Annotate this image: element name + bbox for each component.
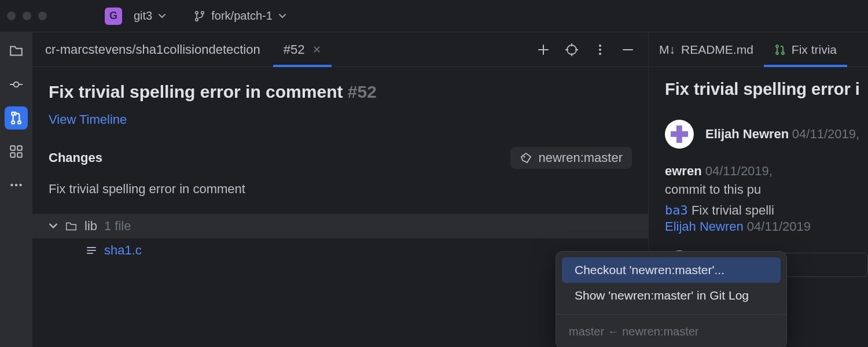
folder-row[interactable]: lib 1 file bbox=[32, 214, 648, 238]
view-timeline-link[interactable]: View Timeline bbox=[49, 112, 127, 127]
sidebar-item-more[interactable] bbox=[5, 174, 28, 197]
right-tab-strip: M↓ README.md Fix trivia bbox=[649, 32, 868, 67]
svg-point-17 bbox=[599, 53, 601, 55]
pr-title-text: Fix trivial spelling error in comment bbox=[49, 82, 343, 101]
pull-request-icon bbox=[774, 44, 786, 56]
event-date: 04/11/2019, bbox=[705, 164, 773, 178]
chevron-down-icon bbox=[158, 12, 166, 20]
minimize-icon[interactable] bbox=[621, 43, 634, 56]
project-badge: G bbox=[105, 8, 122, 25]
commit-message: Fix trivial spelling error in comment bbox=[49, 182, 632, 197]
file-name: sha1.c bbox=[104, 243, 142, 258]
breadcrumb[interactable]: cr-marcstevens/sha1collisiondetection bbox=[32, 32, 273, 67]
event-text: commit to this pu bbox=[665, 182, 868, 197]
tag-icon bbox=[520, 152, 532, 164]
author-row: Elijah Newren 04/11/2019, bbox=[665, 120, 868, 149]
project-name: git3 bbox=[134, 9, 152, 23]
svg-point-1 bbox=[201, 11, 204, 13]
branch-tag[interactable]: newren:master bbox=[510, 147, 632, 169]
tab-label: README.md bbox=[681, 43, 753, 57]
branch-switcher[interactable]: fork/patch-1 bbox=[188, 6, 292, 26]
sidebar-item-structure[interactable] bbox=[5, 140, 28, 163]
context-menu: Checkout 'newren:master'... Show 'newren… bbox=[556, 251, 787, 347]
branch-icon bbox=[194, 10, 205, 22]
activity-bar bbox=[0, 32, 32, 347]
folder-file-count: 1 file bbox=[104, 219, 131, 234]
author-name: Elijah Newren bbox=[705, 127, 789, 141]
svg-rect-7 bbox=[10, 146, 15, 150]
svg-point-0 bbox=[196, 11, 198, 13]
sidebar-item-commit[interactable] bbox=[5, 73, 28, 96]
close-icon[interactable]: ✕ bbox=[312, 43, 321, 56]
window-controls bbox=[7, 12, 47, 20]
commit-row[interactable]: ba3 Fix trivial spelli bbox=[665, 203, 868, 218]
svg-point-20 bbox=[776, 52, 778, 54]
svg-point-15 bbox=[599, 45, 601, 47]
svg-point-19 bbox=[776, 45, 778, 47]
svg-rect-9 bbox=[10, 153, 15, 157]
menu-item-checkout[interactable]: Checkout 'newren:master'... bbox=[562, 257, 781, 283]
close-window-icon[interactable] bbox=[7, 12, 16, 20]
event-row: ewren 04/11/2019, bbox=[665, 164, 868, 179]
author-name: ewren bbox=[665, 164, 702, 178]
svg-point-14 bbox=[567, 45, 576, 54]
svg-point-11 bbox=[10, 184, 13, 186]
menu-branch-note: master ← newren:master bbox=[556, 320, 786, 343]
pr-title: Fix trivial spelling error in comment #5… bbox=[49, 82, 632, 102]
titlebar: G git3 fork/patch-1 bbox=[0, 0, 868, 32]
menu-item-show-log[interactable]: Show 'newren:master' in Git Log bbox=[562, 283, 781, 308]
svg-rect-10 bbox=[17, 153, 22, 157]
commit-date: 04/11/2019 bbox=[747, 219, 811, 234]
commit-author[interactable]: Elijah Newren bbox=[665, 219, 744, 234]
tab-label: #52 bbox=[284, 42, 305, 57]
pr-detail-title: Fix trivial spelling error i bbox=[665, 80, 868, 99]
kebab-icon[interactable] bbox=[594, 43, 606, 56]
pr-body: Fix trivial spelling error in comment #5… bbox=[32, 67, 648, 347]
modified-file-icon bbox=[86, 245, 97, 256]
markdown-icon: M↓ bbox=[659, 43, 675, 57]
avatar bbox=[665, 120, 694, 149]
author-date: 04/11/2019, bbox=[792, 127, 859, 141]
sidebar-item-pull-requests[interactable] bbox=[5, 106, 28, 130]
tab-pr[interactable]: #52 ✕ bbox=[273, 32, 332, 67]
svg-point-12 bbox=[15, 184, 17, 186]
sidebar-item-project[interactable] bbox=[5, 39, 28, 62]
tab-strip: cr-marcstevens/sha1collisiondetection #5… bbox=[32, 32, 648, 67]
project-switcher[interactable]: git3 bbox=[128, 6, 172, 26]
chevron-down-icon bbox=[49, 222, 58, 231]
branch-tag-label: newren:master bbox=[538, 150, 623, 165]
svg-rect-8 bbox=[17, 146, 22, 150]
svg-point-16 bbox=[599, 49, 601, 51]
svg-point-3 bbox=[14, 82, 19, 87]
minimize-window-icon[interactable] bbox=[23, 12, 31, 20]
target-icon[interactable] bbox=[565, 43, 579, 57]
svg-point-13 bbox=[19, 184, 21, 186]
tab-label: Fix trivia bbox=[792, 43, 837, 57]
pr-number: #52 bbox=[348, 82, 377, 101]
svg-point-21 bbox=[782, 52, 784, 54]
folder-icon bbox=[65, 220, 78, 232]
svg-point-2 bbox=[196, 18, 198, 20]
folder-name: lib bbox=[84, 219, 97, 234]
tab-pr-detail[interactable]: Fix trivia bbox=[764, 32, 847, 67]
menu-separator bbox=[556, 314, 786, 315]
tab-readme[interactable]: M↓ README.md bbox=[649, 32, 764, 67]
commit-author-row: Elijah Newren 04/11/2019 bbox=[665, 219, 868, 234]
add-icon[interactable] bbox=[537, 43, 550, 56]
commit-title: Fix trivial spelli bbox=[692, 203, 774, 217]
tab-actions bbox=[523, 32, 648, 67]
branch-name: fork/patch-1 bbox=[211, 9, 273, 23]
svg-point-18 bbox=[524, 156, 525, 158]
commit-hash: ba3 bbox=[665, 203, 688, 217]
maximize-window-icon[interactable] bbox=[38, 12, 47, 20]
changes-heading: Changes bbox=[49, 150, 102, 165]
chevron-down-icon bbox=[278, 12, 286, 20]
